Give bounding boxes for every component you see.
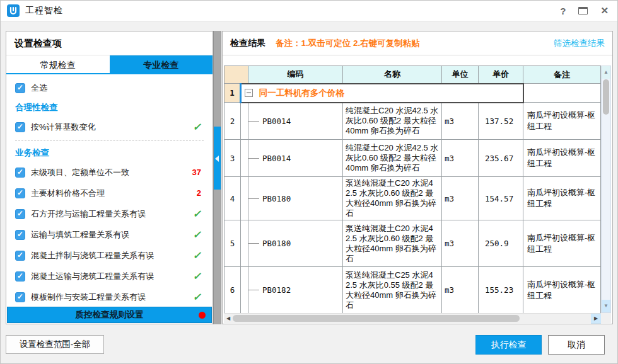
price-cell[interactable]: 155.23 xyxy=(479,267,523,314)
unit-cell[interactable]: m3 xyxy=(442,267,479,314)
check-item-status: ✓ xyxy=(186,229,201,241)
unit-cell[interactable]: m3 xyxy=(442,103,479,140)
price-cell[interactable]: 250.9 xyxy=(479,220,523,267)
checkbox-checked-icon[interactable] xyxy=(15,122,25,132)
horizontal-scrollbar[interactable]: ◀ ▶ xyxy=(224,313,601,323)
maximize-button[interactable] xyxy=(578,7,588,14)
tab-1-active[interactable]: 专业检查 xyxy=(110,55,213,73)
check-item[interactable]: 模板制作与安装工程量关系有误 ✓ xyxy=(6,287,213,307)
check-item-label: 模板制作与安装工程量关系有误 xyxy=(31,292,146,303)
collapse-minus-icon[interactable] xyxy=(245,89,253,97)
name-cell[interactable]: 泵送纯混凝土C25 水泥42.5 水灰比0.55 级配2 最大粒径40mm 卵石… xyxy=(343,267,442,314)
row-number: 2 xyxy=(224,103,241,140)
check-item-status: ✓ xyxy=(186,121,201,133)
table-row[interactable]: 6 PB0182 泵送纯混凝土C25 水泥42.5 水灰比0.55 级配2 最大… xyxy=(224,267,601,314)
price-cell[interactable]: 137.52 xyxy=(479,103,523,140)
help-button[interactable]: ? xyxy=(560,6,566,16)
scroll-left-icon[interactable]: ◀ xyxy=(224,316,233,321)
table-row[interactable]: 2 PB0014 纯混凝土C20 水泥42.5 水灰比0.60 级配2 最大粒径… xyxy=(224,103,601,140)
name-cell[interactable]: 纯混凝土C20 水泥42.5 水灰比0.60 级配2 最大粒径40mm 卵石换为… xyxy=(343,103,442,140)
checkbox-checked-icon[interactable] xyxy=(15,271,25,282)
checkbox-checked-icon[interactable] xyxy=(15,188,25,198)
horizontal-scroll-thumb[interactable] xyxy=(233,315,520,322)
scroll-down-icon[interactable]: ▼ xyxy=(602,300,610,312)
results-title: 检查结果 xyxy=(230,38,265,49)
check-item[interactable]: 运输与填筑工程量关系有误 ✓ xyxy=(6,224,213,245)
remark-cell[interactable]: 南瓜坪初设概算-枢纽工程 xyxy=(523,140,601,177)
table-row[interactable]: 3 PB0014 纯混凝土C20 水泥42.5 水灰比0.60 级配2 最大粒径… xyxy=(224,140,601,177)
checkbox-checked-icon[interactable] xyxy=(15,168,25,178)
code-cell[interactable]: PB0014 xyxy=(248,103,343,140)
tab-0[interactable]: 常规检查 xyxy=(6,55,110,73)
table-row[interactable]: 5 PB0180 泵送纯混凝土C20 水泥42.5 水灰比0.60 级配2 最大… xyxy=(224,220,601,267)
check-group-title: 合理性检查 xyxy=(6,98,213,117)
price-cell[interactable]: 235.67 xyxy=(479,140,523,177)
check-item-label: 全选 xyxy=(31,82,47,94)
unit-cell[interactable]: m3 xyxy=(442,177,479,220)
check-item-label: 运输与填筑工程量关系有误 xyxy=(31,229,129,241)
checkbox-checked-icon[interactable] xyxy=(15,83,25,93)
tree-branch-icon xyxy=(248,243,259,244)
code-cell[interactable]: PB0180 xyxy=(248,177,343,220)
quality-rules-button[interactable]: 质控检查规则设置 xyxy=(7,307,212,323)
checkbox-checked-icon[interactable] xyxy=(15,292,25,302)
dialog-window: 工程智检 ? ✕ 设置检查项 常规检查 专业检查 全选 合理性检查 按%计算基数… xyxy=(0,0,618,364)
table-row[interactable]: 4 PB0180 泵送纯混凝土C20 水泥42.5 水灰比0.60 级配2 最大… xyxy=(224,177,601,220)
name-cell[interactable]: 泵送纯混凝土C20 水泥42.5 水灰比0.60 级配2 最大粒径40mm 卵石… xyxy=(343,220,442,267)
check-item-label: 按%计算基数变化 xyxy=(31,122,96,133)
check-item-status: ✓ xyxy=(186,249,201,261)
vertical-scroll-thumb[interactable] xyxy=(603,79,609,115)
header-name[interactable]: 名称 xyxy=(343,66,442,84)
code-cell[interactable]: PB0180 xyxy=(248,220,343,267)
row-number: 6 xyxy=(224,267,241,314)
unit-cell[interactable]: m3 xyxy=(442,220,479,267)
check-item-label: 末级项目、定额单位不一致 xyxy=(31,167,129,178)
tree-branch-icon xyxy=(248,121,259,122)
scrollbar-corner xyxy=(601,313,611,323)
code-cell[interactable]: PB0014 xyxy=(248,140,343,177)
error-count: 2 xyxy=(197,188,201,198)
dashed-divider xyxy=(15,140,204,141)
results-table-zone: 编码 名称 单位 单价 备注 1 同一工料机有多个价格 xyxy=(224,65,611,323)
code-cell[interactable]: PB0182 xyxy=(248,267,343,314)
cancel-button[interactable]: 取消 xyxy=(548,335,605,355)
header-unit[interactable]: 单位 xyxy=(442,66,479,84)
check-item-label: 混凝土运输与浇筑工程量关系有误 xyxy=(31,271,154,282)
check-item[interactable]: 全选 xyxy=(6,77,213,98)
tree-branch-icon xyxy=(248,158,259,159)
check-item[interactable]: 主要材料价格不合理 2 xyxy=(6,183,213,203)
price-cell[interactable]: 154.57 xyxy=(479,177,523,220)
header-price[interactable]: 单价 xyxy=(479,66,523,84)
checkbox-checked-icon[interactable] xyxy=(15,209,25,219)
check-item[interactable]: 混凝土拌制与浇筑工程量关系有误 ✓ xyxy=(6,245,213,266)
group-cell[interactable]: 同一工料机有多个价格 xyxy=(241,84,523,103)
vertical-scrollbar[interactable]: ▲ ▼ xyxy=(601,65,611,313)
scroll-up-icon[interactable]: ▲ xyxy=(602,66,610,79)
name-cell[interactable]: 泵送纯混凝土C20 水泥42.5 水灰比0.60 级配2 最大粒径40mm 卵石… xyxy=(343,177,442,220)
filter-results-link[interactable]: 筛选检查结果 xyxy=(554,38,605,49)
check-item[interactable]: 末级项目、定额单位不一致 37 xyxy=(6,162,213,183)
checkbox-checked-icon[interactable] xyxy=(15,251,25,261)
name-cell[interactable]: 纯混凝土C20 水泥42.5 水灰比0.60 级配2 最大粒径40mm 卵石换为… xyxy=(343,140,442,177)
pass-check-icon: ✓ xyxy=(193,271,201,282)
check-item[interactable]: 混凝土运输与浇筑工程量关系有误 ✓ xyxy=(6,266,213,287)
unit-cell[interactable]: m3 xyxy=(442,140,479,177)
remark-cell[interactable]: 南瓜坪初设概算-枢纽工程 xyxy=(523,220,601,267)
remark-cell[interactable]: 南瓜坪初设概算-枢纽工程 xyxy=(523,177,601,220)
panel-splitter[interactable] xyxy=(213,31,221,324)
scroll-right-icon[interactable]: ▶ xyxy=(591,314,601,324)
check-item[interactable]: 石方开挖与运输工程量关系有误 ✓ xyxy=(6,203,213,224)
checkbox-checked-icon[interactable] xyxy=(15,230,25,240)
check-item[interactable]: 按%计算基数变化 ✓ xyxy=(6,117,213,137)
header-remark[interactable]: 备注 xyxy=(523,66,601,84)
header-code[interactable]: 编码 xyxy=(248,66,343,84)
remark-cell[interactable]: 南瓜坪初设概算-枢纽工程 xyxy=(523,103,601,140)
group-row[interactable]: 1 同一工料机有多个价格 xyxy=(224,84,601,103)
splitter-handle[interactable] xyxy=(214,127,221,190)
pass-check-icon: ✓ xyxy=(193,122,201,132)
close-button[interactable]: ✕ xyxy=(600,5,609,16)
tree-branch-icon xyxy=(248,198,259,199)
check-scope-button[interactable]: 设置检查范围-全部 xyxy=(6,335,104,354)
run-check-button[interactable]: 执行检查 xyxy=(475,335,542,355)
remark-cell[interactable]: 南瓜坪初设概算-枢纽工程 xyxy=(523,267,601,314)
